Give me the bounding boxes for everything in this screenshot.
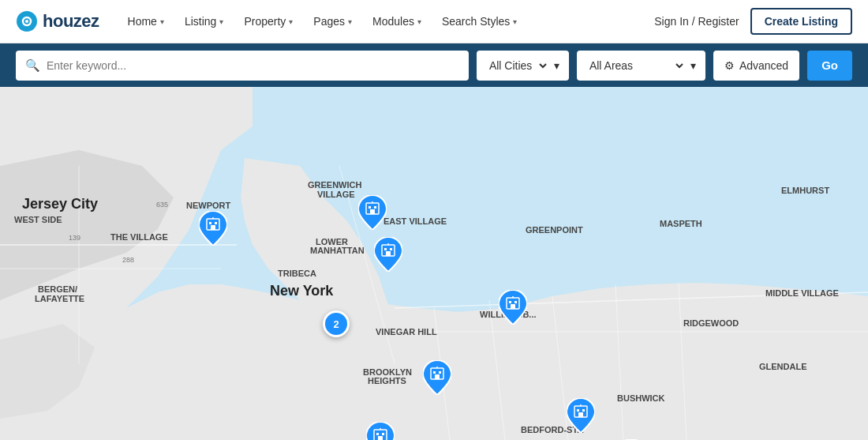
svg-rect-24 xyxy=(209,222,211,224)
nav-label-search-styles: Search Styles xyxy=(442,15,510,28)
cluster-count: 2 xyxy=(333,318,339,330)
pin-svg xyxy=(499,290,527,325)
svg-rect-26 xyxy=(211,225,215,230)
map-pin-2[interactable] xyxy=(358,195,387,233)
nav-label-listing: Listing xyxy=(185,15,216,28)
search-bar: 🔍 All Cities New York Brooklyn ▾ All Are… xyxy=(0,43,868,87)
nav-item-search-styles[interactable]: Search Styles ▾ xyxy=(434,10,525,32)
gear-icon: ⚙ xyxy=(724,59,735,72)
cities-select[interactable]: All Cities New York Brooklyn xyxy=(486,58,549,73)
svg-rect-30 xyxy=(374,206,376,209)
svg-rect-35 xyxy=(390,248,392,250)
chevron-down-icon: ▾ xyxy=(289,17,293,26)
svg-rect-29 xyxy=(369,206,371,209)
logo[interactable]: houzez xyxy=(16,10,99,32)
nav-item-pages[interactable]: Pages ▾ xyxy=(305,10,360,32)
signin-link[interactable]: Sign In / Register xyxy=(654,15,739,28)
pin-svg xyxy=(366,422,395,440)
nav-item-property[interactable]: Property ▾ xyxy=(236,10,301,32)
map-pin-1[interactable] xyxy=(199,211,227,249)
nav-left: houzez Home ▾ Listing ▾ Property ▾ Pages… xyxy=(16,10,525,32)
logo-icon xyxy=(16,10,38,32)
svg-rect-55 xyxy=(582,409,585,412)
nav-item-modules[interactable]: Modules ▾ xyxy=(365,10,429,32)
chevron-down-icon: ▾ xyxy=(690,59,696,72)
pin-svg xyxy=(358,195,387,230)
chevron-down-icon: ▾ xyxy=(417,17,421,26)
map-pin-7[interactable] xyxy=(567,398,595,436)
cities-filter[interactable]: All Cities New York Brooklyn ▾ xyxy=(477,51,569,81)
nav-label-property: Property xyxy=(244,15,286,28)
svg-rect-41 xyxy=(435,374,440,379)
map-cluster-pin[interactable]: 2 xyxy=(323,310,350,337)
svg-point-2 xyxy=(25,20,28,23)
areas-filter[interactable]: All Areas Manhattan Brooklyn Heights ▾ xyxy=(577,51,705,81)
nav-label-pages: Pages xyxy=(313,15,345,28)
advanced-label: Advanced xyxy=(739,59,788,72)
svg-rect-51 xyxy=(511,304,515,309)
svg-rect-49 xyxy=(509,301,511,303)
chevron-down-icon: ▾ xyxy=(513,17,517,26)
map-pin-6[interactable] xyxy=(499,290,527,328)
nav-item-listing[interactable]: Listing ▾ xyxy=(177,10,231,32)
svg-rect-44 xyxy=(376,433,379,435)
svg-rect-56 xyxy=(578,412,583,417)
svg-rect-45 xyxy=(382,433,384,435)
svg-text:139: 139 xyxy=(69,234,80,242)
nav-item-home[interactable]: Home ▾ xyxy=(120,10,172,32)
map-pin-5[interactable] xyxy=(366,422,395,440)
search-icon: 🔍 xyxy=(25,58,40,73)
svg-rect-46 xyxy=(378,436,383,440)
create-listing-button[interactable]: Create Listing xyxy=(750,8,852,35)
svg-rect-39 xyxy=(433,371,436,374)
svg-rect-25 xyxy=(215,222,217,224)
nav-right: Sign In / Register Create Listing xyxy=(654,8,852,35)
search-input[interactable] xyxy=(47,59,459,72)
advanced-button[interactable]: ⚙ Advanced xyxy=(713,51,799,81)
svg-rect-34 xyxy=(384,248,387,250)
search-input-wrapper[interactable]: 🔍 xyxy=(16,51,469,81)
svg-rect-31 xyxy=(370,209,375,214)
svg-text:288: 288 xyxy=(122,256,134,264)
map-pin-4[interactable] xyxy=(423,360,451,398)
svg-rect-40 xyxy=(439,371,441,374)
map-pin-3[interactable] xyxy=(374,237,402,275)
pin-svg xyxy=(374,237,402,272)
svg-rect-54 xyxy=(577,409,579,412)
chevron-down-icon: ▾ xyxy=(348,17,352,26)
nav-label-home: Home xyxy=(128,15,157,28)
nav-label-modules: Modules xyxy=(372,15,414,28)
logo-text: houzez xyxy=(43,11,99,32)
pin-svg xyxy=(423,360,451,395)
areas-select[interactable]: All Areas Manhattan Brooklyn Heights xyxy=(586,58,686,73)
chevron-down-icon: ▾ xyxy=(160,17,164,26)
pin-svg xyxy=(567,398,595,433)
chevron-down-icon: ▾ xyxy=(554,59,559,72)
map-container[interactable]: 288 139 635 Jersey City WEST SIDE THE VI… xyxy=(0,87,868,440)
navbar: houzez Home ▾ Listing ▾ Property ▾ Pages… xyxy=(0,0,868,43)
svg-rect-36 xyxy=(386,251,391,256)
svg-rect-50 xyxy=(514,301,517,303)
svg-text:635: 635 xyxy=(156,201,168,209)
chevron-down-icon: ▾ xyxy=(219,17,223,26)
pin-svg xyxy=(199,211,227,246)
go-button[interactable]: Go xyxy=(807,51,852,81)
